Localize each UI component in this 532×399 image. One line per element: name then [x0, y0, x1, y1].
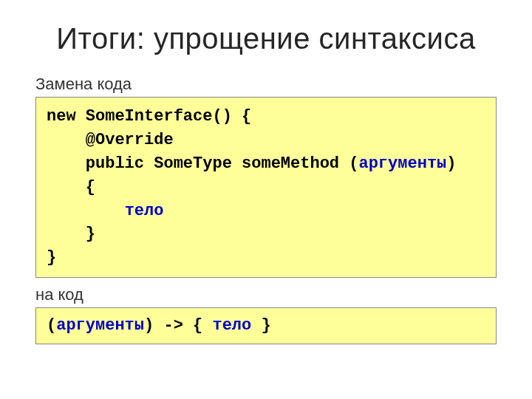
code-indent [47, 202, 125, 220]
code-token: ) -> { [144, 316, 212, 335]
code-token-body: тело [212, 316, 251, 335]
code-line: { [47, 178, 95, 197]
code-token: } [251, 316, 270, 335]
label-before: Замена кода [35, 75, 497, 94]
slide: Итоги: упрощение синтаксиса Замена кода … [0, 0, 532, 399]
code-token-body: тело [125, 202, 164, 220]
slide-title: Итоги: упрощение синтаксиса [35, 22, 497, 55]
code-before: new SomeInterface() { @Override public S… [35, 97, 497, 278]
code-token-args: аргументы [56, 316, 144, 335]
code-line: public SomeType someMethod ( [47, 154, 358, 173]
code-after: (аргументы) -> { тело } [35, 307, 497, 344]
code-token: ) [446, 154, 456, 173]
code-token-args: аргументы [358, 154, 446, 173]
code-line: } [47, 248, 56, 267]
code-line: new SomeInterface() { [47, 107, 251, 126]
code-line: } [47, 225, 95, 243]
label-after: на код [35, 285, 497, 304]
code-line: @Override [47, 131, 174, 149]
code-token: ( [47, 316, 56, 335]
